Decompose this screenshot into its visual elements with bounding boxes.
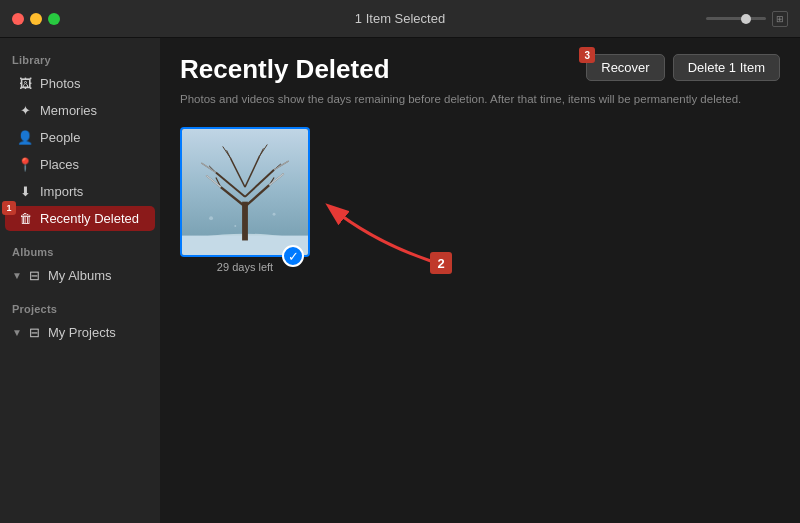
sidebar-item-photos-label: Photos (40, 76, 80, 91)
svg-text:2: 2 (437, 256, 444, 271)
svg-point-27 (273, 213, 276, 216)
projects-icon: ⊟ (27, 325, 43, 340)
minimize-button[interactable] (30, 13, 42, 25)
people-icon: 👤 (17, 130, 33, 145)
photo-preview-svg (182, 127, 308, 257)
window-title: 1 Item Selected (355, 11, 445, 26)
maximize-button[interactable] (48, 13, 60, 25)
sidebar-item-recently-deleted-wrapper: 1 🗑 Recently Deleted (5, 206, 155, 231)
delete-button[interactable]: Delete 1 Item (673, 54, 780, 81)
sidebar-item-photos[interactable]: 🖼 Photos (5, 71, 155, 96)
photo-grid: ✓ 29 days left 2 (160, 117, 800, 523)
sidebar-item-imports[interactable]: ⬇ Imports (5, 179, 155, 204)
library-section-label: Library (0, 48, 160, 70)
imports-icon: ⬇ (17, 184, 33, 199)
photos-icon: 🖼 (17, 76, 33, 91)
content-subtitle: Photos and videos show the days remainin… (160, 93, 800, 117)
albums-icon: ⊟ (27, 268, 43, 283)
sidebar-badge-1: 1 (2, 201, 16, 215)
recover-button[interactable]: Recover (586, 54, 664, 81)
my-projects-label: My Projects (48, 325, 116, 340)
places-icon: 📍 (17, 157, 33, 172)
sidebar: Library 🖼 Photos ✦ Memories 👤 People 📍 P… (0, 38, 160, 523)
memories-icon: ✦ (17, 103, 33, 118)
title-bar: 1 Item Selected ⊞ (0, 0, 800, 38)
sidebar-item-people[interactable]: 👤 People (5, 125, 155, 150)
svg-rect-29 (430, 252, 452, 274)
albums-section-label: Albums (0, 240, 160, 262)
close-button[interactable] (12, 13, 24, 25)
svg-point-28 (234, 225, 236, 227)
my-albums-label: My Albums (48, 268, 112, 283)
content-header: Recently Deleted 3 Recover Delete 1 Item (160, 38, 800, 93)
photo-checkmark: ✓ (282, 245, 304, 267)
sidebar-item-memories-label: Memories (40, 103, 97, 118)
arrow-projects-icon: ▼ (12, 327, 22, 338)
sidebar-item-places[interactable]: 📍 Places (5, 152, 155, 177)
sidebar-item-people-label: People (40, 130, 80, 145)
header-badge-3: 3 (579, 47, 595, 63)
photo-item-wrapper: ✓ 29 days left 2 (180, 127, 310, 275)
svg-rect-3 (242, 202, 248, 241)
content-area: Recently Deleted 3 Recover Delete 1 Item… (160, 38, 800, 523)
trash-icon: 🗑 (17, 211, 33, 226)
sidebar-item-memories[interactable]: ✦ Memories (5, 98, 155, 123)
sidebar-item-my-projects[interactable]: ▼ ⊟ My Projects (0, 320, 160, 345)
photo-item[interactable]: ✓ 29 days left (180, 127, 310, 273)
annotation-arrow-2: 2 (300, 187, 480, 287)
sidebar-item-my-albums[interactable]: ▼ ⊟ My Albums (0, 263, 160, 288)
arrow-icon: ▼ (12, 270, 22, 281)
recover-button-wrapper: 3 Recover (586, 54, 664, 81)
main-layout: Library 🖼 Photos ✦ Memories 👤 People 📍 P… (0, 38, 800, 523)
header-buttons: 3 Recover Delete 1 Item (586, 54, 780, 81)
zoom-slider[interactable] (706, 17, 766, 20)
sidebar-item-recently-deleted-label: Recently Deleted (40, 211, 139, 226)
page-title: Recently Deleted (180, 54, 390, 85)
sidebar-item-places-label: Places (40, 157, 79, 172)
sidebar-item-imports-label: Imports (40, 184, 83, 199)
sidebar-item-recently-deleted[interactable]: 🗑 Recently Deleted (5, 206, 155, 231)
projects-section-label: Projects (0, 297, 160, 319)
svg-point-26 (209, 216, 213, 220)
title-bar-controls: ⊞ (706, 11, 788, 27)
traffic-lights (12, 13, 60, 25)
photo-thumbnail (180, 127, 310, 257)
window-mode-icon: ⊞ (772, 11, 788, 27)
